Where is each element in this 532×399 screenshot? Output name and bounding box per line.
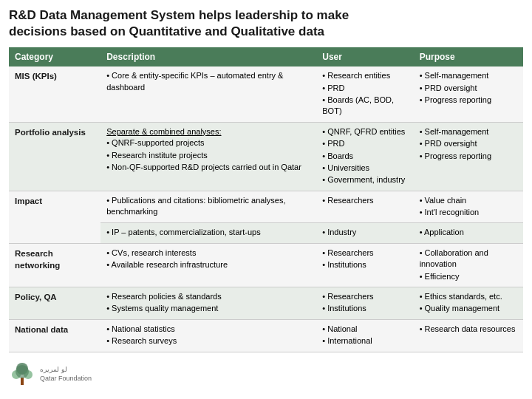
description-cell: CVs, research interestsAvailable researc… (100, 243, 316, 287)
description-cell: Research policies & standardsSystems qua… (100, 287, 316, 320)
category-cell: Portfolio analysis (9, 122, 100, 191)
table-row: MIS (KPIs) Core & entity-specific KPIs –… (9, 66, 523, 122)
purpose-cell: Application (414, 223, 523, 243)
description-cell: Publications and citations: bibliometric… (100, 191, 316, 223)
table-row: Impact Publications and citations: bibli… (9, 191, 523, 223)
table-row: Portfolio analysis Separate & combined a… (9, 122, 523, 191)
main-table: Category Description User Purpose MIS (K… (9, 47, 523, 352)
user-cell: NationalInternational (316, 319, 413, 352)
user-cell: ResearchersInstitutions (316, 287, 413, 320)
table-row: National data National statisticsResearc… (9, 319, 523, 352)
category-cell: Research networking (9, 243, 100, 287)
qf-tree-icon (9, 361, 35, 388)
table-row: Research networking CVs, research intere… (9, 243, 523, 287)
description-cell: Core & entity-specific KPIs – automated … (100, 66, 316, 122)
category-cell: Policy, QA (9, 287, 100, 320)
category-cell: Impact (9, 191, 100, 243)
page-title: R&D Data Management System helps leaders… (9, 7, 523, 40)
description-cell: National statisticsResearch surveys (100, 319, 316, 352)
col-header-user: User (316, 47, 413, 66)
user-cell: Research entitiesPRDBoards (AC, BOD, BOT… (316, 66, 413, 122)
description-cell: IP – patents, commercialization, start-u… (100, 223, 316, 243)
category-cell: MIS (KPIs) (9, 66, 100, 122)
table-row: Policy, QA Research policies & standards… (9, 287, 523, 320)
purpose-cell: Self-managementPRD oversightProgress rep… (414, 66, 523, 122)
col-header-purpose: Purpose (414, 47, 523, 66)
footer-logo: لو لمريره Qatar Foundation (9, 361, 92, 388)
user-cell: ResearchersInstitutions (316, 243, 413, 287)
purpose-cell: Value chainInt'l recognition (414, 191, 523, 223)
user-cell: QNRF, QFRD entitiesPRDBoardsUniversities… (316, 122, 413, 191)
svg-rect-3 (21, 378, 24, 385)
user-cell: Industry (316, 223, 413, 243)
col-header-description: Description (100, 47, 316, 66)
description-cell: Separate & combined analyses:QNRF-suppor… (100, 122, 316, 191)
category-cell: National data (9, 319, 100, 352)
footer: لو لمريره Qatar Foundation (9, 358, 523, 388)
col-header-category: Category (9, 47, 100, 66)
user-cell: Researchers (316, 191, 413, 223)
purpose-cell: Collaboration and innovationEfficiency (414, 243, 523, 287)
purpose-cell: Ethics standards, etc.Quality management (414, 287, 523, 320)
purpose-cell: Research data resources (414, 319, 523, 352)
page: R&D Data Management System helps leaders… (0, 0, 532, 399)
footer-text: لو لمريره Qatar Foundation (40, 366, 92, 383)
purpose-cell: Self-managementPRD oversightProgress rep… (414, 122, 523, 191)
svg-point-4 (16, 365, 29, 378)
